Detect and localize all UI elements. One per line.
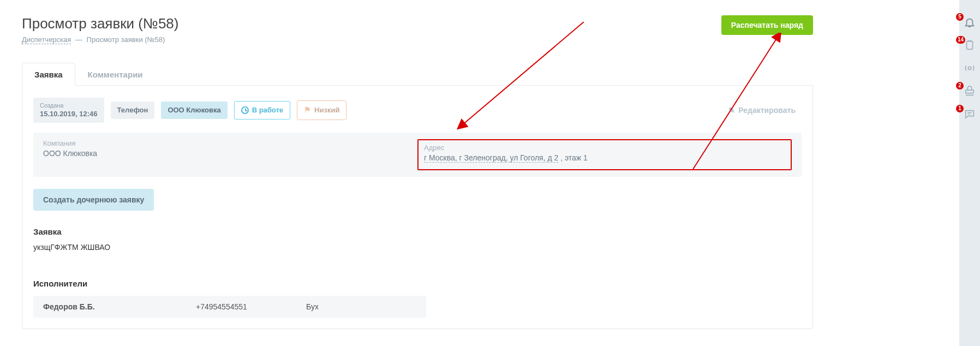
summary-chips: Создана 15.10.2019, 12:46 Телефон ООО Кл…: [33, 98, 802, 123]
print-order-button[interactable]: Распечатать наряд: [721, 15, 813, 35]
chip-channel: Телефон: [111, 102, 155, 119]
tab-request[interactable]: Заявка: [22, 63, 75, 86]
address-column: Адрес г Москва, г Зеленоград, ул Гоголя,…: [417, 139, 792, 170]
sidebar-broadcast[interactable]: [964, 62, 976, 74]
company-label: Компания: [43, 139, 417, 147]
flag-icon: ⚑: [304, 105, 311, 115]
sidebar-tasks[interactable]: 14: [964, 39, 976, 51]
badge-tasks: 14: [956, 36, 965, 44]
svg-rect-0: [967, 41, 973, 50]
address-highlight-box: Адрес г Москва, г Зеленоград, ул Гоголя,…: [417, 139, 792, 170]
edit-link-label: Редактировать: [738, 106, 796, 115]
breadcrumb-current: Просмотр заявки (№58): [87, 35, 165, 44]
clock-icon: [241, 106, 249, 114]
address-label: Адрес: [424, 144, 785, 152]
address-link[interactable]: г Москва, г Зеленоград, ул Гоголя, д 2: [424, 153, 558, 163]
badge-chat: 1: [956, 105, 964, 112]
tab-comments[interactable]: Комментарии: [75, 63, 156, 86]
svg-rect-2: [966, 90, 974, 93]
company-value: ООО Клюковка: [43, 149, 97, 158]
company-address-block: Компания ООО Клюковка Адрес г Москва, г …: [33, 133, 802, 177]
broadcast-icon: [964, 62, 976, 74]
edit-link[interactable]: ✎ Редактировать: [722, 102, 802, 118]
chip-created: Создана 15.10.2019, 12:46: [33, 98, 104, 123]
address-suffix: , этаж 1: [558, 153, 588, 162]
chip-created-value: 15.10.2019, 12:46: [40, 110, 98, 118]
svg-point-1: [968, 67, 971, 70]
chip-priority-label: Низкий: [314, 106, 339, 115]
executors-section-title: Исполнители: [33, 279, 802, 288]
breadcrumb: Диспетчерская — Просмотр заявки (№58): [22, 35, 179, 44]
bell-icon: [964, 16, 976, 28]
company-column: Компания ООО Клюковка: [43, 139, 417, 170]
sidebar-notifications[interactable]: 5: [964, 16, 976, 28]
badge-approvals: 2: [956, 82, 964, 90]
sidebar-chat[interactable]: 1: [964, 108, 976, 120]
tabs: Заявка Комментарии: [22, 62, 813, 86]
sidebar-approvals[interactable]: 2: [964, 85, 976, 97]
pencil-icon: ✎: [728, 106, 735, 115]
badge-notifications: 5: [956, 13, 964, 21]
page-title: Просмотр заявки (№58): [22, 15, 179, 32]
create-child-request-button[interactable]: Создать дочернюю заявку: [33, 189, 154, 211]
executor-name: Федоров Б.Б.: [43, 302, 196, 311]
breadcrumb-root-link[interactable]: Диспетчерская: [22, 35, 71, 44]
chip-created-label: Создана: [40, 102, 63, 110]
chip-status-label: В работе: [252, 106, 283, 115]
clipboard-icon: [964, 39, 976, 51]
executor-row: Федоров Б.Б. +74954554551 Бух: [33, 296, 426, 318]
chip-status: В работе: [234, 101, 290, 120]
executor-role: Бух: [306, 302, 416, 311]
breadcrumb-separator: —: [75, 35, 82, 44]
chip-priority: ⚑ Низкий: [297, 100, 346, 120]
chat-icon: [964, 108, 976, 120]
request-description: укзщГФЖТМ ЖШВАО: [33, 243, 802, 252]
chip-company: ООО Клюковка: [161, 102, 227, 119]
executor-phone: +74954554551: [196, 302, 306, 311]
request-panel: Создана 15.10.2019, 12:46 Телефон ООО Кл…: [22, 86, 813, 329]
right-sidebar: 5 14 2 1: [959, 0, 980, 346]
stamp-icon: [964, 85, 976, 97]
request-section-title: Заявка: [33, 227, 802, 236]
